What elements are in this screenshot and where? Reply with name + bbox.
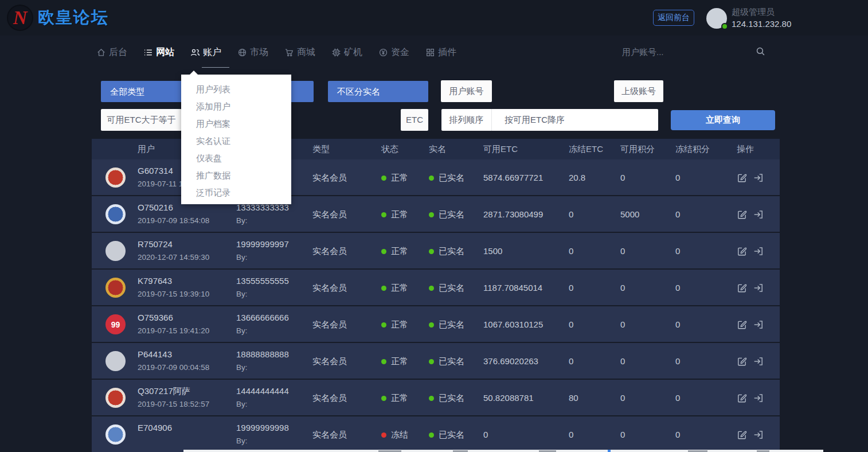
enter-icon[interactable] [753, 283, 764, 293]
table-row: Q307217阿萨 2019-07-15 18:52:57 1444444444… [92, 380, 780, 416]
referrer-label: By: [236, 363, 248, 372]
enter-icon[interactable] [753, 209, 764, 220]
dropdown-item-用户列表[interactable]: 用户列表 [181, 81, 291, 98]
admin-ip: 124.131.232.80 [732, 19, 791, 29]
enter-icon[interactable] [753, 173, 764, 183]
referrer-label: By: [236, 400, 248, 408]
edit-icon[interactable] [737, 430, 747, 440]
frozen-etc: 0 [569, 343, 573, 380]
enter-icon[interactable] [753, 430, 764, 440]
user-avatar[interactable] [105, 167, 126, 188]
realname-filter-select[interactable]: 不区分实名 [328, 81, 428, 102]
available-points: 0 [620, 270, 625, 306]
available-points: 5000 [620, 196, 639, 233]
dropdown-item-用户档案[interactable]: 用户档案 [181, 115, 291, 133]
status-dot [381, 359, 386, 364]
username: O750216 [138, 202, 173, 212]
table-row: R750724 2020-12-07 14:59:30 19999999997 … [92, 233, 780, 270]
sort-order-select[interactable]: 按可用ETC降序 [492, 109, 658, 131]
table-row: P644143 2019-07-09 00:04:58 18888888888 … [92, 343, 780, 380]
frozen-points: 0 [675, 380, 680, 416]
logo[interactable]: N 欧皇论坛 [7, 5, 109, 31]
status-badge: 正常 [381, 159, 408, 196]
realname-dot [429, 396, 434, 401]
nav-item-网站[interactable]: 网站 [143, 36, 174, 69]
enter-icon[interactable] [753, 246, 764, 256]
frozen-etc: 80 [569, 380, 578, 416]
enter-icon[interactable] [753, 393, 764, 403]
available-etc: 376.69020263 [483, 343, 538, 380]
edit-icon[interactable] [737, 173, 747, 183]
user-avatar[interactable]: 99 [105, 314, 126, 334]
search-input[interactable] [622, 43, 747, 60]
edit-icon[interactable] [737, 393, 747, 403]
user-account-input[interactable] [496, 80, 608, 102]
dropdown-item-泛币记录[interactable]: 泛币记录 [181, 184, 291, 201]
dropdown-item-仪表盘[interactable]: 仪表盘 [181, 150, 291, 167]
user-avatar[interactable] [105, 278, 126, 298]
dropdown-item-添加用户[interactable]: 添加用户 [181, 98, 291, 115]
member-type: 实名会员 [312, 380, 347, 416]
edit-icon[interactable] [737, 209, 747, 220]
enter-icon[interactable] [753, 356, 764, 367]
frozen-points: 0 [675, 416, 680, 452]
user-account-label: 用户账号 [441, 80, 492, 102]
realname-badge: 已实名 [429, 306, 464, 343]
column-header-操作: 操作 [737, 139, 754, 159]
member-type: 实名会员 [312, 270, 347, 306]
phone-number: 19999999998 [236, 423, 289, 432]
frozen-points: 0 [675, 306, 680, 343]
status-badge: 冻结 [381, 416, 408, 452]
register-date: 2019-07-15 18:52:57 [138, 400, 209, 408]
nav-item-商城[interactable]: 商城 [284, 36, 315, 69]
dropdown-item-推广数据[interactable]: 推广数据 [181, 167, 291, 184]
phone-number: 13666666666 [236, 313, 289, 322]
member-type: 实名会员 [312, 233, 347, 270]
member-type: 实名会员 [312, 343, 347, 380]
column-header-冻结ETC: 冻结ETC [569, 139, 603, 159]
user-avatar[interactable] [105, 241, 126, 261]
nav-item-后台[interactable]: 后台 [96, 36, 127, 69]
available-points: 0 [620, 380, 625, 416]
user-avatar[interactable] [105, 204, 126, 224]
realname-badge: 已实名 [429, 270, 464, 306]
column-header-实名: 实名 [429, 139, 446, 159]
search-icon[interactable] [756, 46, 765, 59]
edit-icon[interactable] [737, 319, 747, 330]
query-button[interactable]: 立即查询 [671, 110, 775, 130]
nav-search [622, 43, 765, 60]
edit-icon[interactable] [737, 283, 747, 293]
user-avatar[interactable] [105, 424, 126, 445]
enter-icon[interactable] [753, 319, 764, 330]
nav-item-账户[interactable]: 账户 [190, 36, 221, 69]
status-badge: 正常 [381, 380, 408, 416]
realname-badge: 已实名 [429, 159, 464, 196]
back-to-frontend-button[interactable]: 返回前台 [653, 10, 694, 26]
nav-item-插件[interactable]: 插件 [425, 36, 456, 69]
nav-item-矿机[interactable]: 矿机 [331, 36, 362, 69]
column-header-状态: 状态 [381, 139, 398, 159]
available-points: 0 [620, 306, 625, 343]
username: R750724 [138, 239, 173, 249]
row-actions [737, 233, 764, 270]
available-points: 0 [620, 233, 625, 270]
parent-account-input[interactable] [668, 80, 774, 102]
register-date: 2019-07-09 00:04:58 [138, 363, 209, 372]
user-avatar[interactable] [105, 351, 126, 371]
available-etc: 1500 [483, 233, 502, 270]
admin-role-label: 超级管理员 [732, 7, 775, 18]
nav-item-市场[interactable]: 市场 [237, 36, 268, 69]
row-actions [737, 380, 764, 416]
user-avatar[interactable] [105, 388, 126, 408]
edit-icon[interactable] [737, 246, 747, 256]
frozen-points: 0 [675, 196, 680, 233]
member-type: 实名会员 [312, 416, 347, 452]
avatar[interactable] [706, 8, 727, 29]
dropdown-item-实名认证[interactable]: 实名认证 [181, 133, 291, 150]
edit-icon[interactable] [737, 356, 747, 367]
realname-badge: 已实名 [429, 196, 464, 233]
member-type: 实名会员 [312, 159, 347, 196]
nav-item-资金[interactable]: 资金 [378, 36, 409, 69]
status-badge: 正常 [381, 233, 408, 270]
table-row: K797643 2019-07-15 19:39:10 13555555555 … [92, 270, 780, 306]
